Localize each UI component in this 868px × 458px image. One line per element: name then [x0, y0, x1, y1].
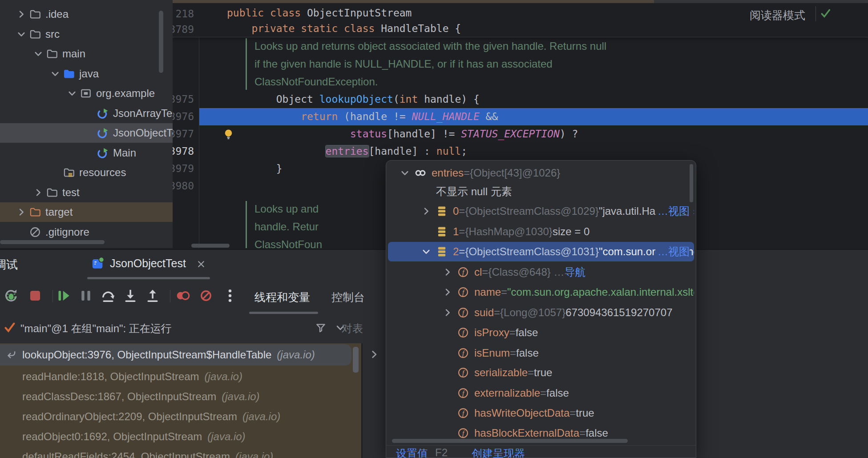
debug-session-tab[interactable]: JsonObjectTest	[110, 257, 186, 270]
popup-value: false	[516, 326, 538, 339]
code-line[interactable]: Object lookupObject(int handle) {	[227, 91, 480, 108]
chev-down-icon[interactable]	[400, 168, 410, 178]
tree-item-main[interactable]: main	[0, 44, 173, 64]
svg-text:f: f	[462, 389, 465, 398]
tree-item-idea[interactable]: .idea	[0, 4, 173, 24]
frame-package: (java.io)	[235, 450, 273, 458]
frame-row[interactable]: readOrdinaryObject:2209, ObjectInputStre…	[0, 406, 361, 426]
tree-item-target[interactable]: target	[0, 202, 173, 222]
tree-item-jsonobjecttest[interactable]: JsonObjectTest	[0, 123, 173, 143]
frame-row[interactable]: readObject0:1692, ObjectInputStream (jav…	[0, 426, 361, 446]
popup-var-suid[interactable]: fsuid = {Long@1057} 673094361519270707	[388, 303, 694, 322]
editor-hscrollbar[interactable]	[191, 244, 230, 248]
popup-var-externalizable[interactable]: fexternalizable = false	[388, 383, 694, 403]
popup-var-name: 1	[453, 225, 459, 238]
tree-item-src[interactable]: src	[0, 24, 173, 44]
field-icon: f	[457, 286, 469, 298]
popup-view-link[interactable]: …视图	[656, 242, 690, 261]
popup-var-hasWriteObjectData[interactable]: fhasWriteObjectData = true	[388, 403, 694, 423]
set-value-link[interactable]: 设置值	[396, 446, 428, 458]
tree-item-java[interactable]: java	[0, 64, 173, 84]
chev-down-icon[interactable]	[67, 88, 77, 99]
popup-equals: =	[540, 387, 546, 399]
popup-var-isProxy[interactable]: fisProxy = false	[388, 323, 694, 342]
tree-item-jsonarraytest[interactable]: JsonArrayTest	[0, 104, 173, 123]
chev-right-icon[interactable]	[442, 307, 453, 318]
mute-breakpoints-button[interactable]	[198, 288, 214, 303]
step-over-button[interactable]	[101, 288, 116, 303]
inspections-ok-icon[interactable]	[820, 7, 832, 20]
view-breakpoints-button[interactable]	[175, 288, 190, 303]
evaluate-expression-hint[interactable]: 对表	[342, 321, 363, 336]
code-line[interactable]: }	[227, 160, 283, 177]
tree-item-resources[interactable]: resources	[0, 163, 173, 182]
popup-var-entries[interactable]: entries = {Object[43]@1026}	[388, 163, 694, 183]
tree-item-label: java	[79, 68, 99, 80]
active-tab-underline	[249, 312, 318, 314]
tree-chevron-spacer	[84, 148, 94, 158]
chev-down-icon[interactable]	[33, 48, 44, 59]
stop-button[interactable]	[28, 288, 43, 303]
close-icon[interactable]	[196, 259, 206, 269]
frames-scrollbar[interactable]	[353, 347, 359, 373]
step-out-button[interactable]	[145, 288, 160, 303]
popup-var-serializable[interactable]: fserializable = true	[388, 363, 694, 382]
code-token: [handle] !=	[387, 128, 461, 140]
frame-row[interactable]: readClassDesc:1867, ObjectInputStream (j…	[0, 386, 361, 406]
filter-icon[interactable]	[315, 322, 327, 333]
popup-var-1[interactable]: 1 = {HashMap@1030} size = 0	[388, 222, 694, 241]
more-button[interactable]	[222, 288, 238, 303]
popup-equals: =	[459, 225, 465, 238]
popup-view-link[interactable]: …视图	[656, 201, 690, 221]
popup-filter-hint[interactable]: 不显示 null 元素	[388, 182, 694, 201]
popup-var-name[interactable]: fname = "com.sun.org.apache.xalan.intern…	[388, 282, 694, 302]
code-line[interactable]: status[handle] != STATUS_EXCEPTION) ?	[227, 125, 578, 143]
frames-variables-divider[interactable]	[361, 343, 363, 458]
frame-row[interactable]: defaultReadFields:2454, ObjectInputStrea…	[0, 446, 361, 458]
tree-item-gitignore[interactable]: .gitignore	[0, 222, 173, 242]
sticky-code-line[interactable]: public class ObjectInputStream	[227, 5, 412, 23]
chevron-right-icon[interactable]	[368, 349, 380, 360]
step-over-icon	[101, 288, 116, 303]
create-renderer-link[interactable]: 创建呈现器	[472, 446, 525, 458]
bulb-icon[interactable]	[222, 128, 234, 140]
pause-button[interactable]	[78, 288, 93, 303]
code-line[interactable]: entries[handle] : null;	[227, 143, 467, 160]
popup-var-cl[interactable]: fcl = {Class@648} … 导航	[388, 262, 694, 282]
popup-var-isEnum[interactable]: fisEnum = false	[388, 343, 694, 363]
tab-console[interactable]: 控制台	[331, 290, 365, 305]
chev-down-icon[interactable]	[16, 29, 27, 40]
reader-mode-button[interactable]: 阅读器模式	[725, 8, 805, 23]
step-into-icon	[123, 288, 138, 303]
tree-vscrollbar[interactable]	[159, 11, 163, 73]
chev-right-icon[interactable]	[16, 207, 27, 217]
rerun-debug-button[interactable]	[4, 288, 19, 303]
popup-var-2[interactable]: 2 = {ObjectStreamClass@1031} "com.sun.or…	[388, 242, 694, 261]
frame-row[interactable]: lookupObject:3976, ObjectInputStream$Han…	[0, 344, 351, 366]
chev-right-icon[interactable]	[33, 187, 44, 198]
popup-var-name: name	[474, 286, 501, 298]
tree-hscrollbar[interactable]	[0, 240, 105, 244]
chev-right-icon[interactable]	[421, 206, 432, 217]
sticky-code-line[interactable]: private static class HandleTable {	[227, 21, 461, 38]
step-into-button[interactable]	[123, 288, 138, 303]
popup-var-0[interactable]: 0 = {ObjectStreamClass@1029} "java.util.…	[388, 201, 694, 221]
popup-value: true	[576, 407, 594, 419]
frame-row[interactable]: readHandle:1818, ObjectInputStream (java…	[0, 366, 361, 386]
chev-down-w-icon[interactable]	[421, 246, 432, 257]
popup-var-name: hasWriteObjectData	[474, 407, 569, 419]
popup-hscrollbar[interactable]	[392, 439, 628, 443]
thread-status[interactable]: "main"@1 在组"main": 正在运行	[20, 321, 172, 336]
chev-down-icon[interactable]	[50, 68, 61, 79]
chev-right-icon[interactable]	[442, 287, 453, 297]
chev-right-icon[interactable]	[442, 267, 453, 277]
resume-button[interactable]	[56, 288, 71, 303]
tree-item-test[interactable]: test	[0, 183, 173, 202]
popup-navigate-link[interactable]: 导航	[564, 265, 585, 279]
tab-threads-variables[interactable]: 线程和变量	[254, 290, 310, 305]
code-line[interactable]: return (handle != NULL_HANDLE &&	[227, 108, 498, 125]
tree-item-main[interactable]: Main	[0, 143, 173, 163]
chev-right-icon[interactable]	[16, 9, 27, 20]
popup-vscrollbar[interactable]	[690, 164, 693, 202]
tree-item-orgexample[interactable]: org.example	[0, 84, 173, 103]
